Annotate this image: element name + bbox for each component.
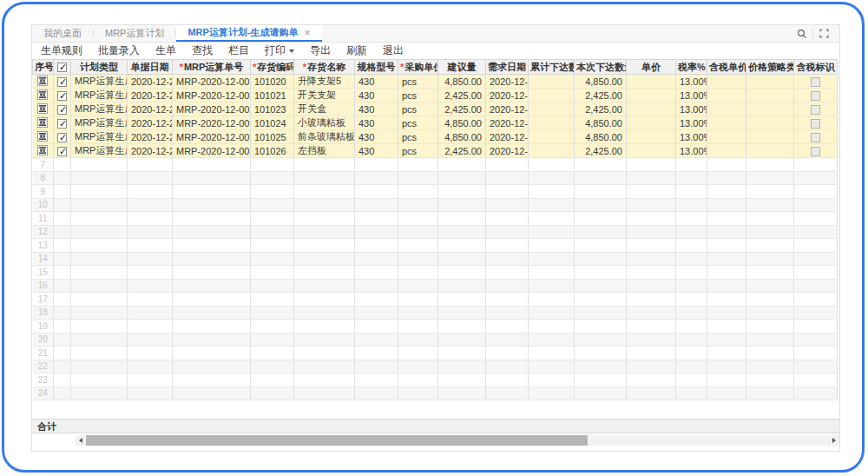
cell-采购单位[interactable]: pcs <box>398 102 438 116</box>
cell-计划类型[interactable]: MRP运算生成 <box>71 102 128 116</box>
cell-税率%[interactable]: 13.00% <box>676 89 707 102</box>
column-header-存货编码[interactable]: *存货编码 <box>251 60 294 75</box>
cell-建议量[interactable]: 2,425.00 <box>438 102 486 116</box>
cell-含税单价[interactable] <box>707 144 746 158</box>
cell-MRP运算单号[interactable]: MRP-2020-12-0021 <box>173 89 251 102</box>
cell-tax-flag[interactable] <box>794 116 838 130</box>
cell-计划类型[interactable]: MRP运算生成 <box>71 89 128 102</box>
cell-累计下达数量[interactable] <box>529 116 575 130</box>
cell-含税单价[interactable] <box>707 116 746 130</box>
toolbar-item-生单规则[interactable]: 生单规则 <box>33 43 90 58</box>
tab-3[interactable]: MRP运算计划-生成请购单× <box>176 25 321 42</box>
tab-2[interactable]: MRP运算计划 <box>94 25 175 42</box>
cell-需求日期[interactable]: 2020-12-23 <box>486 102 529 116</box>
toolbar-item-生单[interactable]: 生单 <box>148 43 184 58</box>
cell-采购单位[interactable]: pcs <box>398 144 438 158</box>
scroll-left-arrow-icon[interactable] <box>76 435 86 446</box>
cell-价格策略类型[interactable] <box>746 75 794 89</box>
cell-规格型号[interactable]: 430 <box>355 130 398 144</box>
tab-1[interactable]: 我的桌面 <box>32 25 93 42</box>
row-select-checkbox[interactable] <box>57 147 67 156</box>
column-header-select[interactable] <box>54 60 71 75</box>
cell-本次下达数量[interactable]: 2,425.00 <box>575 102 627 116</box>
cell-row-icon[interactable] <box>33 102 54 116</box>
cell-单据日期[interactable]: 2020-12-23 <box>128 130 173 144</box>
cell-建议量[interactable]: 4,850.00 <box>438 116 486 130</box>
tax-flag-checkbox[interactable] <box>811 119 820 129</box>
cell-采购单位[interactable]: pcs <box>398 116 438 130</box>
row-select-checkbox[interactable] <box>57 119 67 129</box>
toolbar-item-查找[interactable]: 查找 <box>184 43 220 58</box>
tab-close-icon[interactable]: × <box>305 28 311 38</box>
row-select-checkbox[interactable] <box>57 105 67 115</box>
cell-计划类型[interactable]: MRP运算生成 <box>71 130 128 144</box>
cell-累计下达数量[interactable] <box>529 102 575 116</box>
header-select-checkbox[interactable] <box>57 63 67 72</box>
cell-tax-flag[interactable] <box>794 102 838 116</box>
cell-计划类型[interactable]: MRP运算生成 <box>71 75 128 89</box>
cell-需求日期[interactable]: 2020-12-23 <box>486 116 529 130</box>
row-detail-icon[interactable] <box>37 117 48 128</box>
column-header-含税单价[interactable]: 含税单价 <box>707 60 746 75</box>
cell-累计下达数量[interactable] <box>529 75 575 89</box>
cell-单价[interactable] <box>627 130 676 144</box>
row-detail-icon[interactable] <box>37 76 48 86</box>
cell-tax-flag[interactable] <box>794 89 838 102</box>
cell-价格策略类型[interactable] <box>746 144 794 158</box>
tax-flag-checkbox[interactable] <box>811 77 820 87</box>
column-header-价格策略类型[interactable]: 价格策略类型 <box>746 60 794 75</box>
cell-税率%[interactable]: 13.00% <box>676 102 707 116</box>
column-header-存货名称[interactable]: *存货名称 <box>294 60 355 75</box>
column-header-MRP运算单号[interactable]: *MRP运算单号 <box>173 60 251 75</box>
cell-采购单位[interactable]: pcs <box>398 75 438 89</box>
cell-需求日期[interactable]: 2020-12-23 <box>486 144 529 158</box>
cell-存货名称[interactable]: 前条玻璃粘板 <box>294 130 355 144</box>
column-header-规格型号[interactable]: 规格型号 <box>355 60 398 75</box>
cell-采购单位[interactable]: pcs <box>398 130 438 144</box>
cell-规格型号[interactable]: 430 <box>355 116 398 130</box>
cell-含税单价[interactable] <box>707 102 746 116</box>
toolbar-item-栏目[interactable]: 栏目 <box>220 43 257 58</box>
cell-建议量[interactable]: 4,850.00 <box>438 75 486 89</box>
cell-存货编码[interactable]: 101025 <box>251 130 294 144</box>
cell-累计下达数量[interactable] <box>529 130 575 144</box>
cell-单据日期[interactable]: 2020-12-23 <box>128 144 173 158</box>
column-header-需求日期[interactable]: 需求日期 <box>486 60 529 75</box>
row-select-checkbox[interactable] <box>57 77 67 87</box>
cell-MRP运算单号[interactable]: MRP-2020-12-0021 <box>173 102 251 116</box>
cell-税率%[interactable]: 13.00% <box>676 75 707 89</box>
cell-价格策略类型[interactable] <box>746 116 794 130</box>
cell-存货名称[interactable]: 开关盒 <box>294 102 355 116</box>
cell-价格策略类型[interactable] <box>746 89 794 102</box>
cell-需求日期[interactable]: 2020-12-23 <box>486 130 529 144</box>
cell-计划类型[interactable]: MRP运算生成 <box>71 144 128 158</box>
cell-规格型号[interactable]: 430 <box>355 102 398 116</box>
cell-row-icon[interactable] <box>33 116 54 130</box>
cell-row-icon[interactable] <box>33 89 54 102</box>
cell-tax-flag[interactable] <box>794 75 838 89</box>
column-header-单价[interactable]: 单价 <box>627 60 676 75</box>
cell-需求日期[interactable]: 2020-12-23 <box>486 89 529 102</box>
cell-规格型号[interactable]: 430 <box>355 75 398 89</box>
tax-flag-checkbox[interactable] <box>811 105 820 115</box>
cell-存货编码[interactable]: 101024 <box>251 116 294 130</box>
cell-税率%[interactable]: 13.00% <box>676 130 707 144</box>
cell-存货名称[interactable]: 升降支架5 <box>294 75 355 89</box>
toolbar-item-打印[interactable]: 打印 <box>257 43 302 58</box>
toolbar-item-刷新[interactable]: 刷新 <box>339 43 375 58</box>
cell-规格型号[interactable]: 430 <box>355 144 398 158</box>
cell-单价[interactable] <box>627 75 676 89</box>
cell-建议量[interactable]: 4,850.00 <box>438 130 486 144</box>
cell-价格策略类型[interactable] <box>746 102 794 116</box>
cell-税率%[interactable]: 13.00% <box>676 144 707 158</box>
cell-MRP运算单号[interactable]: MRP-2020-12-0021 <box>173 75 251 89</box>
toolbar-item-导出[interactable]: 导出 <box>302 43 339 58</box>
cell-建议量[interactable]: 2,425.00 <box>438 144 486 158</box>
cell-存货名称[interactable]: 小玻璃粘板 <box>294 116 355 130</box>
toolbar-item-退出[interactable]: 退出 <box>375 43 411 58</box>
cell-单据日期[interactable]: 2020-12-23 <box>128 116 173 130</box>
cell-select[interactable] <box>54 144 71 158</box>
cell-本次下达数量[interactable]: 2,425.00 <box>575 89 627 102</box>
cell-本次下达数量[interactable]: 4,850.00 <box>575 75 627 89</box>
scrollbar-thumb[interactable] <box>86 435 588 446</box>
